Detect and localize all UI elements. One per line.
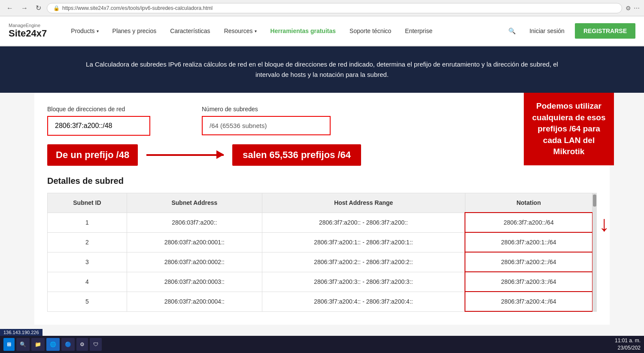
hero-section: La Calculadora de subredes IPv6 realiza …	[0, 46, 644, 93]
table-row: 52806:03f7:a200:0004::2806:3f7:a200:4:: …	[48, 292, 597, 311]
cell-host-range: 2806:3f7:a200:4:: - 2806:3f7:a200:4::	[262, 292, 465, 311]
cell-host-range: 2806:3f7:a200:3:: - 2806:3f7:a200:3::	[262, 272, 465, 292]
arrow-line	[146, 154, 224, 156]
reload-button[interactable]: ↻	[33, 3, 43, 13]
hero-text: La Calculadora de subredes IPv6 realiza …	[86, 59, 558, 80]
logo-top: ManageEngine	[9, 23, 47, 28]
cell-subnet-id: 5	[48, 292, 127, 311]
calculator-form: Bloque de direcciones de red Número de s…	[47, 106, 597, 136]
col-host-range: Host Address Range	[262, 193, 465, 213]
nav-links: Products ▾ Planes y precios Característi…	[64, 16, 505, 46]
network-block-input[interactable]	[47, 116, 150, 136]
table-row: 22806:03f7:a200:0001::2806:3f7:a200:1:: …	[48, 232, 597, 252]
cell-notation: 2806:3f7:a200:2::/64	[465, 252, 592, 272]
cell-subnet-id: 3	[48, 252, 127, 272]
navbar: ManageEngine Site24x7 Products ▾ Planes …	[0, 16, 644, 46]
nav-planes[interactable]: Planes y precios	[106, 16, 164, 46]
logo-main: Site24x7	[9, 28, 47, 39]
back-button[interactable]: ←	[4, 3, 15, 13]
subnets-group: Número de subredes	[202, 106, 331, 135]
table-row: 32806:03f7:a200:0002::2806:3f7:a200:2:: …	[48, 252, 597, 272]
cell-subnet-id: 1	[48, 213, 127, 232]
table-title: Detalles de subred	[47, 176, 597, 186]
cell-subnet-address: 2806:03f7:a200:0003::	[127, 272, 262, 292]
chevron-down-icon: ▾	[97, 29, 99, 33]
col-notation: Notation	[465, 193, 592, 213]
cell-notation: 2806:3f7:a200:1::/64	[465, 232, 592, 252]
nav-products[interactable]: Products ▾	[64, 16, 105, 46]
cell-host-range: 2806:3f7:a200:2:: - 2806:3f7:a200:2::	[262, 252, 465, 272]
prefix-annotation: De un prefijo /48	[47, 144, 138, 166]
url-bar[interactable]: 🔒 https://www.site24x7.com/es/tools/ipv6…	[47, 3, 622, 13]
table-wrapper: Subnet ID Subnet Address Host Address Ra…	[47, 193, 597, 312]
result-annotation: salen 65,536 prefijos /64	[232, 144, 361, 166]
subnets-label: Número de subredes	[202, 106, 331, 113]
logo-area: ManageEngine Site24x7	[9, 23, 47, 39]
table-row: 42806:03f7:a200:0003::2806:3f7:a200:3:: …	[48, 272, 597, 292]
annotation-row: De un prefijo /48 salen 65,536 prefijos …	[47, 144, 597, 166]
nav-herramientas[interactable]: Herramientas gratuitas	[264, 16, 343, 46]
main-content: Podemos utilizar cualquiera de esos pref…	[34, 93, 610, 325]
down-arrow-icon: ↓	[599, 213, 610, 234]
browser-chrome: ← → ↻ 🔒 https://www.site24x7.com/es/tool…	[0, 0, 644, 16]
nav-enterprise[interactable]: Enterprise	[398, 16, 439, 46]
cell-notation: 2806:3f7:a200:3::/64	[465, 272, 592, 292]
search-icon[interactable]: 🔍	[505, 16, 519, 46]
network-block-group: Bloque de direcciones de red	[47, 106, 150, 136]
network-block-label: Bloque de direcciones de red	[47, 106, 150, 113]
menu-icon[interactable]: ⋯	[634, 5, 640, 12]
extensions-icon[interactable]: ⚙	[626, 5, 631, 12]
cell-subnet-id: 2	[48, 232, 127, 252]
lock-icon: 🔒	[53, 5, 60, 11]
nav-soporte[interactable]: Soporte técnico	[343, 16, 398, 46]
subnet-table: Subnet ID Subnet Address Host Address Ra…	[47, 193, 597, 312]
register-button[interactable]: REGISTRARSE	[575, 23, 635, 39]
cell-notation: 2806:3f7:a200:4::/64	[465, 292, 592, 311]
table-header: Subnet ID Subnet Address Host Address Ra…	[48, 193, 597, 213]
browser-icons: ⚙ ⋯	[626, 5, 640, 12]
nav-login[interactable]: Iniciar sesión	[526, 16, 568, 46]
cell-subnet-address: 2806:03f7:a200:0001::	[127, 232, 262, 252]
forward-button[interactable]: →	[19, 3, 30, 13]
scrollbar[interactable]	[592, 193, 597, 312]
sidebar-annotation: Podemos utilizar cualquiera de esos pref…	[524, 93, 614, 165]
cell-subnet-address: 2806:03f7:a200::	[127, 213, 262, 232]
cell-subnet-address: 2806:03f7:a200:0004::	[127, 292, 262, 311]
subnets-input[interactable]	[202, 116, 331, 135]
nav-resources[interactable]: Resources ▾	[217, 16, 264, 46]
url-text: https://www.site24x7.com/es/tools/ipv6-s…	[62, 5, 213, 11]
arrow-head	[216, 150, 224, 159]
table-row: 12806:03f7:a200::2806:3f7:a200:: - 2806:…	[48, 213, 597, 232]
cell-subnet-address: 2806:03f7:a200:0002::	[127, 252, 262, 272]
cell-host-range: 2806:3f7:a200:: - 2806:3f7:a200::	[262, 213, 465, 232]
chevron-down-icon-resources: ▾	[255, 29, 257, 33]
cell-notation: 2806:3f7:a200::/64	[465, 213, 592, 232]
table-body: 12806:03f7:a200::2806:3f7:a200:: - 2806:…	[48, 213, 597, 311]
col-subnet-address: Subnet Address	[127, 193, 262, 213]
cell-subnet-id: 4	[48, 272, 127, 292]
arrow-container	[146, 154, 224, 156]
nav-right: 🔍 Iniciar sesión REGISTRARSE	[505, 16, 635, 46]
nav-caracteristicas[interactable]: Características	[163, 16, 217, 46]
cell-host-range: 2806:3f7:a200:1:: - 2806:3f7:a200:1::	[262, 232, 465, 252]
col-subnet-id: Subnet ID	[48, 193, 127, 213]
scrollbar-thumb[interactable]	[593, 195, 596, 207]
